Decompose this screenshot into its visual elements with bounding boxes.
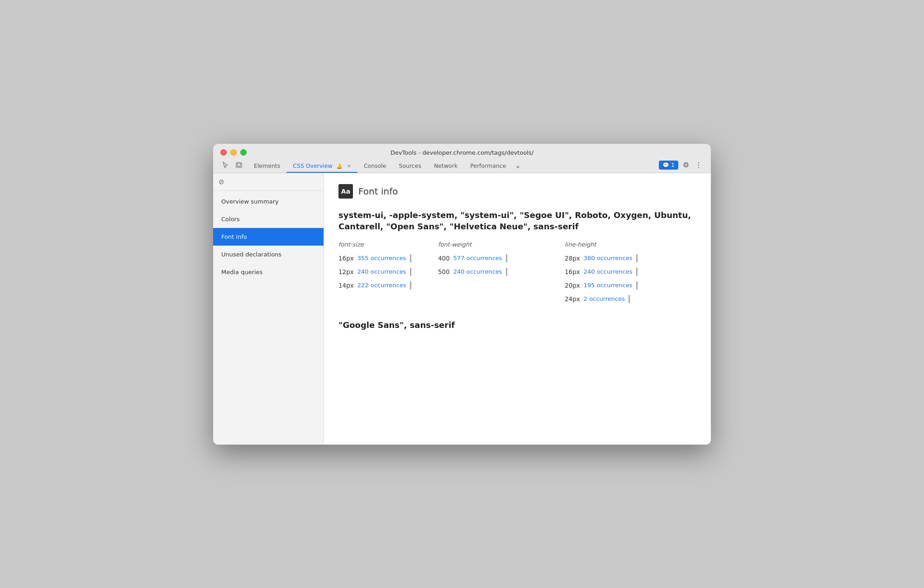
font-size-3-bar [410,281,411,289]
line-height-3-val: 20px [565,282,580,289]
tab-elements-label: Elements [254,162,280,169]
sidebar: ⊘ Overview summary Colors Font info Unus… [213,173,324,445]
tab-console[interactable]: Console [357,160,393,173]
font-table-row-1: 16px 355 occurrences 400 577 occurrences… [338,251,696,265]
line-height-1-bar [636,254,638,262]
font-table-row-2: 12px 240 occurrences 500 240 occurrences… [338,265,696,279]
tabbar: Elements CSS Overview 🔔 ✕ Console Source… [220,160,704,173]
tab-sources-label: Sources [399,162,421,169]
font-weight-2-bar [506,268,507,276]
font-weight-1-occurrences[interactable]: 577 occurrences [453,255,502,261]
sidebar-nav: Overview summary Colors Font info Unused… [213,191,324,281]
sidebar-item-colors[interactable]: Colors [213,210,324,228]
line-height-4-val: 24px [565,295,580,303]
titlebar-top: DevTools - developer.chrome.com/tags/dev… [220,149,704,156]
tab-sources[interactable]: Sources [393,160,428,173]
section-title: Font info [358,186,398,197]
sidebar-item-media-queries[interactable]: Media queries [213,263,324,281]
more-tabs-button[interactable]: » [512,161,523,173]
sidebar-item-overview-summary-label: Overview summary [221,198,279,205]
font-weight-1-val: 400 [438,255,450,262]
line-height-2-bar [636,268,638,276]
col-font-weight-header: font-weight [438,241,565,248]
content-area: Aa Font info system-ui, -apple-system, "… [324,173,711,445]
traffic-lights [220,149,247,156]
main-area: ⊘ Overview summary Colors Font info Unus… [213,173,711,445]
font-table-header: font-size font-weight line-height [338,241,696,248]
sidebar-item-media-queries-label: Media queries [221,269,262,275]
sidebar-item-colors-label: Colors [221,216,240,223]
tab-network-label: Network [434,162,457,169]
tab-actions: 💬 1 ⚙ ⋮ [659,160,704,173]
font-family-1-heading: system-ui, -apple-system, "system-ui", "… [338,209,696,232]
font-weight-1-bar [506,254,507,262]
maximize-button[interactable] [240,149,247,156]
close-button[interactable] [220,149,227,156]
font-weight-2-val: 500 [438,268,450,275]
svg-rect-1 [238,163,240,166]
col-line-height-header: line-height [565,241,696,248]
warning-icon: 🔔 [336,163,343,169]
sidebar-item-font-info[interactable]: Font info [213,228,324,246]
chat-icon: 💬 [662,162,669,168]
tab-console-label: Console [364,162,386,169]
line-height-cell-1: 28px 380 occurrences [565,254,696,262]
font-size-3: 14px [338,282,354,289]
cursor-icon[interactable] [220,160,230,170]
badge-count: 1 [671,162,675,168]
tab-network[interactable]: Network [428,160,464,173]
font-size-1-occurrences[interactable]: 355 occurrences [357,255,406,261]
font-table-row-3: 14px 222 occurrences 20px 195 occurrence… [338,279,696,292]
titlebar: DevTools - developer.chrome.com/tags/dev… [213,144,711,173]
settings-button[interactable]: ⚙ [681,160,691,170]
font-size-cell-2: 12px 240 occurrences [338,268,438,276]
line-height-1-occurrences[interactable]: 380 occurrences [584,255,633,261]
devtools-window: DevTools - developer.chrome.com/tags/dev… [213,144,711,445]
line-height-cell-3: 20px 195 occurrences [565,281,696,289]
tab-css-overview-label: CSS Overview [293,162,332,169]
sidebar-header: ⊘ [213,173,324,191]
tab-performance[interactable]: Performance [464,160,512,173]
font-weight-cell-1: 400 577 occurrences [438,254,565,262]
line-height-cell-4: 24px 2 occurrences [565,295,696,303]
sidebar-item-font-info-label: Font info [221,233,247,240]
more-options-button[interactable]: ⋮ [694,160,704,170]
tab-close-icon[interactable]: ✕ [347,163,351,169]
font-size-3-occurrences[interactable]: 222 occurrences [357,282,406,289]
tab-performance-label: Performance [470,162,506,169]
tab-tools [220,160,244,173]
sidebar-item-unused-declarations-label: Unused declarations [221,251,281,258]
notification-badge[interactable]: 💬 1 [659,161,678,170]
line-height-1-val: 28px [565,255,580,262]
line-height-2-val: 16px [565,268,580,275]
font-weight-2-occurrences[interactable]: 240 occurrences [453,268,502,275]
line-height-3-occurrences[interactable]: 195 occurrences [584,282,633,289]
sidebar-item-overview-summary[interactable]: Overview summary [213,193,324,210]
minimize-button[interactable] [230,149,237,156]
font-size-1: 16px [338,255,354,262]
line-height-4-occurrences[interactable]: 2 occurrences [584,295,625,302]
font-weight-cell-2: 500 240 occurrences [438,268,565,276]
line-height-cell-2: 16px 240 occurrences [565,268,696,276]
font-icon: Aa [338,184,353,199]
col-font-size-header: font-size [338,241,438,248]
font-size-2: 12px [338,268,354,275]
font-size-2-occurrences[interactable]: 240 occurrences [357,268,406,275]
window-title: DevTools - developer.chrome.com/tags/dev… [391,149,533,156]
sidebar-item-unused-declarations[interactable]: Unused declarations [213,246,324,263]
tab-css-overview[interactable]: CSS Overview 🔔 ✕ [286,160,357,173]
tab-elements[interactable]: Elements [248,160,286,173]
line-height-4-bar [629,295,630,303]
font-table-row-4: 24px 2 occurrences [338,292,696,306]
device-icon[interactable] [234,160,244,170]
blocked-icon: ⊘ [219,178,224,186]
section-header: Aa Font info [338,184,696,199]
line-height-2-occurrences[interactable]: 240 occurrences [584,268,633,275]
line-height-3-bar [636,281,638,289]
font-size-cell-3: 14px 222 occurrences [338,281,438,289]
font-family-2-heading: "Google Sans", sans-serif [338,320,696,330]
font-size-cell-1: 16px 355 occurrences [338,254,438,262]
font-size-1-bar [410,254,411,262]
font-size-2-bar [410,268,411,276]
